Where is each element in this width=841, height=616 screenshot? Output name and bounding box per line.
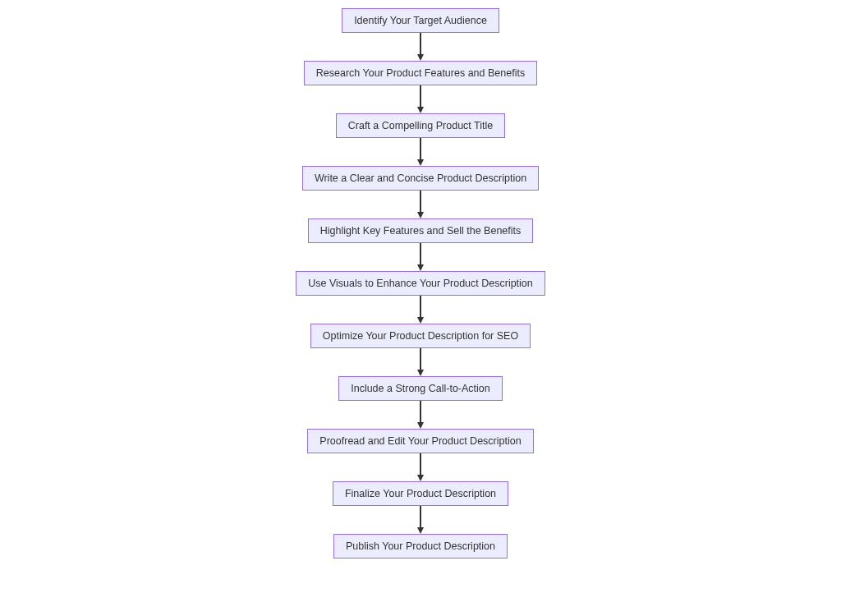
arrow-head (417, 264, 424, 271)
arrow-down-icon (417, 401, 424, 429)
node-label: Write a Clear and Concise Product Descri… (315, 172, 526, 184)
arrow-down-icon (417, 191, 424, 218)
arrow-line (420, 85, 421, 107)
arrow-down-icon (417, 506, 424, 534)
arrow-line (420, 33, 421, 54)
node-label: Optimize Your Product Description for SE… (323, 330, 518, 342)
flow-node-highlight-benefits: Highlight Key Features and Sell the Bene… (308, 218, 534, 243)
arrow-head (417, 475, 424, 481)
node-label: Highlight Key Features and Sell the Bene… (320, 225, 522, 237)
flow-node-write-description: Write a Clear and Concise Product Descri… (302, 166, 539, 191)
node-label: Include a Strong Call-to-Action (351, 383, 490, 394)
flowchart-container: Identify Your Target Audience Research Y… (296, 8, 545, 559)
arrow-down-icon (417, 85, 424, 113)
arrow-head (417, 370, 424, 376)
arrow-down-icon (417, 243, 424, 271)
node-label: Publish Your Product Description (346, 540, 495, 552)
arrow-head (417, 54, 424, 61)
arrow-line (420, 138, 421, 159)
flow-node-identify-audience: Identify Your Target Audience (342, 8, 499, 33)
arrow-line (420, 191, 421, 212)
arrow-head (417, 159, 424, 166)
arrow-down-icon (417, 296, 424, 324)
flow-node-proofread: Proofread and Edit Your Product Descript… (307, 429, 533, 453)
arrow-down-icon (417, 33, 424, 61)
arrow-line (420, 506, 421, 527)
flow-node-finalize: Finalize Your Product Description (333, 481, 508, 506)
arrow-head (417, 422, 424, 429)
node-label: Identify Your Target Audience (354, 15, 487, 26)
flow-node-use-visuals: Use Visuals to Enhance Your Product Desc… (296, 271, 545, 296)
node-label: Finalize Your Product Description (345, 488, 496, 499)
arrow-line (420, 243, 421, 264)
node-label: Use Visuals to Enhance Your Product Desc… (308, 278, 533, 289)
arrow-head (417, 317, 424, 324)
node-label: Proofread and Edit Your Product Descript… (319, 435, 521, 447)
arrow-down-icon (417, 138, 424, 166)
flow-node-call-to-action: Include a Strong Call-to-Action (338, 376, 503, 401)
arrow-head (417, 212, 424, 218)
flow-node-publish: Publish Your Product Description (333, 534, 508, 559)
arrow-down-icon (417, 348, 424, 376)
arrow-line (420, 296, 421, 317)
node-label: Research Your Product Features and Benef… (316, 67, 525, 79)
arrow-line (420, 453, 421, 475)
node-label: Craft a Compelling Product Title (348, 120, 493, 131)
arrow-down-icon (417, 453, 424, 481)
arrow-line (420, 401, 421, 422)
arrow-head (417, 107, 424, 113)
arrow-head (417, 527, 424, 534)
arrow-line (420, 348, 421, 370)
flow-node-research-features: Research Your Product Features and Benef… (304, 61, 537, 85)
flow-node-craft-title: Craft a Compelling Product Title (336, 113, 505, 138)
flow-node-optimize-seo: Optimize Your Product Description for SE… (310, 324, 531, 348)
